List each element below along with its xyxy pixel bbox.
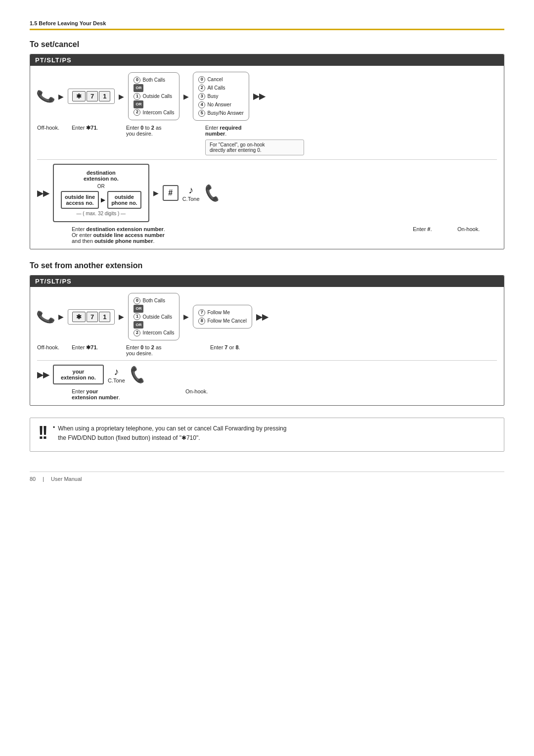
note-content: • When using a proprietary telephone, yo… <box>53 424 286 445</box>
num-2-circle: 2 <box>134 109 140 116</box>
sfa-onhook-icon: 📞 <box>127 365 148 385</box>
sfa-option-2-intercom: 2 Intercom Calls <box>134 329 174 337</box>
sfa-one-key: 1 <box>99 312 110 322</box>
dest-or: OR <box>61 184 141 189</box>
option-0b-label: Cancel <box>207 75 222 84</box>
sfa-separator <box>37 360 497 361</box>
section-header: 1.5 Before Leaving Your Desk <box>30 20 504 30</box>
sfa-labels-row2: Enter yourextension number. On-hook. <box>37 388 497 400</box>
seven-key: 7 <box>87 91 98 101</box>
set-from-another-box: PT/SLT/PS 📞 ▶ ✱ 7 1 ▶ 0 Both Calls OR 1 … <box>30 275 504 406</box>
label-offhook: Off-hook. <box>37 125 67 131</box>
option-1-label: Outside Calls <box>142 92 172 100</box>
label-enter-dest: Enter destination extension number. Or e… <box>72 226 408 244</box>
set-from-another-header: PT/SLT/PS <box>30 276 504 287</box>
max-digits: — ( max. 32 digits ) — <box>61 211 141 216</box>
arrow1: ▶ <box>58 93 64 100</box>
sfa-flow2: ▶▶ yourextension no. ♪ C.Tone 📞 <box>37 365 497 384</box>
sfa-or-badge1: OR <box>134 305 143 313</box>
num-2b-circle: 2 <box>198 85 205 92</box>
option-3-busy: 3 Busy <box>198 92 243 100</box>
sfa-label-7-8: Enter 7 or 8. <box>210 344 240 350</box>
one-key: 1 <box>99 91 110 101</box>
sfa-num-0: 0 <box>134 297 140 304</box>
set-cancel-flow1: 📞 ▶ ✱ 7 1 ▶ 0 Both Calls OR 1 Outside Ca… <box>37 72 497 121</box>
sfa-or1: OR <box>134 305 174 313</box>
footer-separator: | <box>43 476 44 482</box>
sfa-options1-box: 0 Both Calls OR 1 Outside Calls OR 2 Int… <box>128 293 179 340</box>
sfa-num-2: 2 <box>134 330 140 336</box>
sfa-offhook-col: 📞 <box>37 309 54 325</box>
num-4-circle: 4 <box>198 101 205 108</box>
sfa-star71: ✱ 7 1 <box>68 309 115 325</box>
option-2-intercom: 2 Intercom Calls <box>134 108 174 117</box>
onhook-col1: 📞 <box>204 185 221 201</box>
sfa-opt0-label: Both Calls <box>142 296 165 305</box>
sfa-num-7: 7 <box>198 309 205 316</box>
page-footer: 80 | User Manual <box>30 472 504 482</box>
ctone-col1: ♪ C.Tone <box>182 185 200 202</box>
sfa-label-0-2: Enter 0 to 2 asyou desire. <box>126 344 205 356</box>
dest-sub-row: outside lineaccess no. ▶ outsidephone no… <box>61 191 141 209</box>
set-cancel-title: To set/cancel <box>30 40 504 49</box>
offhook-phone-icon: 📞 <box>35 86 56 106</box>
labels-row1: Off-hook. Enter ✱71. Enter 0 to 2 asyou … <box>37 125 497 155</box>
or-badge2: OR <box>134 100 143 108</box>
page-number: 80 <box>30 476 36 482</box>
or-row1: OR <box>134 84 174 92</box>
set-cancel-flow2: ▶▶ destinationextension no. OR outside l… <box>37 164 497 222</box>
label-enter-star71: Enter ✱71. <box>72 125 121 131</box>
exclaim-icon: !! <box>38 424 46 442</box>
sfa-option-0-both: 0 Both Calls <box>134 296 174 305</box>
sfa-seven-key: 7 <box>87 312 98 322</box>
offhook-col: 📞 <box>37 88 54 104</box>
sfa-or2: OR <box>134 321 174 329</box>
ctone-label1: C.Tone <box>182 196 200 202</box>
set-from-another-title: To set from another extension <box>30 261 504 270</box>
num-3-circle: 3 <box>198 93 205 100</box>
your-ext-box: yourextension no. <box>53 365 104 384</box>
dest-top: destinationextension no. <box>61 170 141 182</box>
double-arrow2: ▶▶ <box>37 189 49 198</box>
sfa-arrow2: ▶ <box>119 313 124 321</box>
label-onhook1: On-hook. <box>457 226 497 232</box>
dest-box: destinationextension no. OR outside line… <box>53 164 149 222</box>
label-enter-hash: Enter #. <box>413 226 452 232</box>
sfa-label-enter-your: Enter yourextension number. <box>72 388 151 400</box>
option-2-label: Intercom Calls <box>142 108 174 117</box>
sfa-ctone-label: C.Tone <box>108 378 125 383</box>
note-bullet: • When using a proprietary telephone, yo… <box>53 424 286 443</box>
sfa-label-offhook: Off-hook. <box>37 344 67 350</box>
footer-text: User Manual <box>51 476 82 482</box>
sfa-option-8: 8 Follow Me Cancel <box>198 317 246 325</box>
num-5-circle: 5 <box>198 110 205 117</box>
label-enter-0-2: Enter 0 to 2 asyou desire. <box>126 125 200 137</box>
arrow3: ▶ <box>183 93 189 100</box>
sfa-opt8-label: Follow Me Cancel <box>207 317 246 325</box>
set-cancel-box-header: PT/SLT/PS <box>30 54 504 66</box>
sfa-label-onhook: On-hook. <box>185 388 208 394</box>
option-2b-label: All Calls <box>207 84 225 92</box>
sfa-option-7: 7 Follow Me <box>198 308 246 317</box>
arrow2: ▶ <box>119 93 124 100</box>
outside-line-box: outside lineaccess no. <box>61 191 99 209</box>
or-badge1: OR <box>134 84 143 92</box>
sfa-options2-box: 7 Follow Me 8 Follow Me Cancel <box>193 305 252 329</box>
label-enter-required: Enter requirednumber. For "Cancel", go o… <box>205 125 497 155</box>
sfa-num-1: 1 <box>134 313 140 320</box>
option-2-allcalls: 2 All Calls <box>198 84 243 92</box>
onhook-phone1: 📞 <box>202 183 222 203</box>
labels-row2: Enter destination extension number. Or e… <box>37 226 497 244</box>
sfa-flow1: 📞 ▶ ✱ 7 1 ▶ 0 Both Calls OR 1 Outside Ca… <box>37 293 497 340</box>
sfa-onhook-col: 📞 <box>129 367 146 383</box>
sfa-opt7-label: Follow Me <box>207 308 230 317</box>
cancel-note: For "Cancel", go on-hookdirectly after e… <box>205 140 304 155</box>
star-key: ✱ <box>72 91 86 101</box>
section-header-text: 1.5 Before Leaving Your Desk <box>30 20 106 26</box>
num-0-circle: 0 <box>134 77 140 84</box>
sfa-label-star71: Enter ✱71. <box>72 344 121 351</box>
arrow4: ▶ <box>153 189 159 197</box>
option-4-label: No Answer <box>207 100 231 109</box>
options1-box: 0 Both Calls OR 1 Outside Calls OR 2 Int… <box>128 72 179 120</box>
sfa-labels-row1: Off-hook. Enter ✱71. Enter 0 to 2 asyou … <box>37 344 497 356</box>
